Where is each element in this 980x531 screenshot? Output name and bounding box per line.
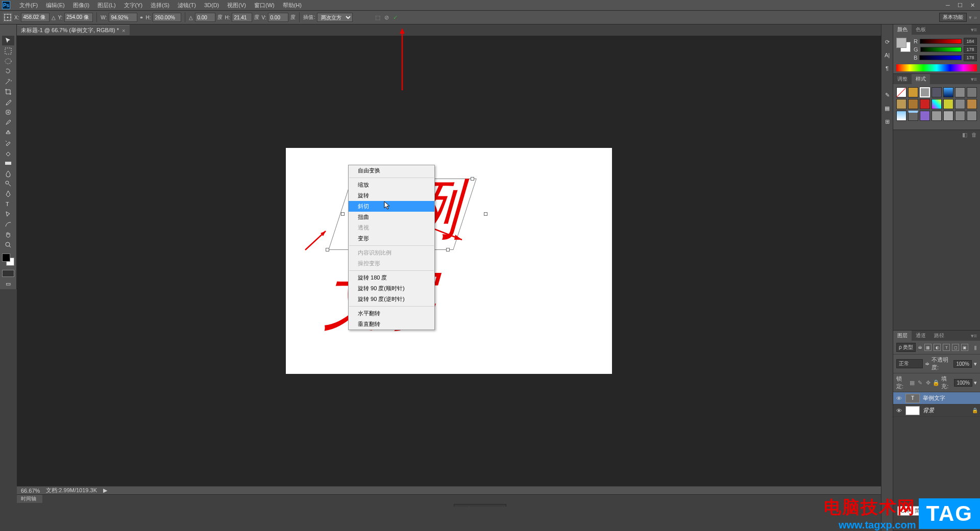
ctx-rot90ccw[interactable]: 旋转 90 度(逆时针) [349,294,434,305]
workspace-button[interactable]: 基本功能 [939,13,967,22]
layer-item-text[interactable]: 👁 T 举例文字 [893,392,980,404]
brush-panel-icon[interactable]: ✎ [882,90,892,100]
menu-window[interactable]: 窗口(W) [250,0,279,11]
filter-shape-icon[interactable]: ◻ [952,344,959,351]
style-swatch[interactable] [932,111,942,121]
ctx-rotate[interactable]: 旋转 [349,190,434,201]
document-tab[interactable]: 未标题-1 @ 66.7% (举例文字, RGB/8) * × [17,25,130,35]
warp-mode-icon[interactable]: ⬚ [375,14,380,21]
ctx-content-aware[interactable]: 内容识别比例 [349,247,434,258]
ctx-perspective[interactable]: 透视 [349,222,434,233]
lock-paint-icon[interactable]: ✎ [917,379,923,386]
style-swatch[interactable] [955,99,965,109]
style-swatch[interactable] [967,111,977,121]
document-canvas[interactable]: 举例文字 [286,148,612,374]
style-swatch[interactable] [932,87,942,97]
fg-bg-swatches[interactable] [1,252,15,267]
spectrum-bar[interactable] [896,64,977,71]
visibility-icon[interactable]: 👁 [895,408,902,414]
menu-type[interactable]: 文字(Y) [120,0,147,11]
color-fgbg[interactable] [896,38,911,54]
color-panel-menu-icon[interactable]: ▾≡ [968,27,980,33]
gradient-tool[interactable] [2,158,14,168]
style-swatch[interactable] [943,99,953,109]
menu-file[interactable]: 文件(F) [15,0,42,11]
swatches-tab[interactable]: 色板 [912,24,930,35]
lock-pos-icon[interactable]: ✥ [925,379,931,386]
healing-brush-tool[interactable] [2,107,14,117]
xy-link-icon[interactable]: △ [52,15,56,20]
menu-help[interactable]: 帮助(H) [279,0,306,11]
history-panel-icon[interactable]: ⟳ [882,37,892,47]
eraser-tool[interactable] [2,148,14,158]
path-selection-tool[interactable] [2,209,14,219]
lock-trans-icon[interactable]: ▦ [909,379,915,386]
lock-all-icon[interactable]: 🔒 [933,379,940,386]
y-input[interactable] [64,13,93,22]
history-brush-tool[interactable] [2,138,14,147]
magic-wand-tool[interactable] [2,77,14,86]
cancel-transform-icon[interactable]: ⊘ [384,14,389,21]
style-swatch[interactable] [920,99,930,109]
style-swatch[interactable] [920,111,930,121]
angle-input[interactable] [195,13,215,22]
blend-mode-select[interactable]: 正常 [896,359,923,368]
interp-select[interactable]: 两次立方 [317,13,353,22]
visibility-icon[interactable]: 👁 [895,395,902,401]
styles-tab[interactable]: 样式 [912,74,930,84]
dodge-tool[interactable] [2,179,14,188]
paths-tab[interactable]: 路径 [930,331,948,341]
style-swatch[interactable] [943,87,953,97]
layers-panel-menu-icon[interactable]: ▾≡ [968,333,980,339]
filter-smart-icon[interactable]: ▣ [961,344,968,351]
style-swatch[interactable] [896,111,906,121]
style-swatch[interactable] [943,111,953,121]
style-swatch[interactable] [908,111,918,121]
pen-tool[interactable] [2,189,14,198]
style-swatch[interactable] [920,87,930,97]
style-swatch[interactable] [932,99,942,109]
close-tab-icon[interactable]: × [122,28,125,34]
filter-adj-icon[interactable]: ◐ [934,344,941,351]
ctx-distort[interactable]: 扭曲 [349,212,434,222]
filter-toggle[interactable]: ▮ [974,344,977,351]
filter-type-icon[interactable]: T [943,344,950,351]
layers-tab[interactable]: 图层 [893,331,912,341]
b-value[interactable]: 178 [964,54,977,61]
crop-tool[interactable] [2,87,14,96]
move-tool[interactable] [2,36,14,45]
hshear-input[interactable] [232,13,252,22]
zoom-tool[interactable] [2,240,14,249]
quickmask-button[interactable] [2,270,14,277]
close-button[interactable]: ✕ [967,1,978,9]
g-value[interactable]: 178 [964,46,977,53]
zoom-level[interactable]: 66.67% [21,488,40,494]
brush-preset-icon[interactable]: ▦ [882,103,892,113]
commit-transform-icon[interactable]: ✓ [393,14,398,21]
layer-name[interactable]: 举例文字 [923,394,945,402]
ctx-warp[interactable]: 变形 [349,233,434,244]
menu-select[interactable]: 选择(S) [146,0,174,11]
minimize-button[interactable]: ─ [942,1,953,9]
ctx-skew[interactable]: 斜切 [349,201,434,212]
ctx-free-transform[interactable]: 自由变换 [349,165,434,176]
layer-item-bg[interactable]: 👁 背景 🔒 [893,404,980,417]
h-input[interactable] [153,13,181,22]
maximize-button[interactable]: ☐ [954,1,966,9]
panel-icon[interactable]: ◧ [962,132,967,138]
style-swatch[interactable] [967,87,977,97]
layer-name[interactable]: 背景 [923,407,934,414]
r-slider[interactable] [920,39,962,44]
ellipse-marquee-tool[interactable] [2,56,14,66]
g-slider[interactable] [920,47,962,52]
shape-tool[interactable] [2,219,14,229]
hand-tool[interactable] [2,230,14,239]
ctx-scale[interactable]: 缩放 [349,180,434,190]
menu-image[interactable]: 图像(I) [69,0,93,11]
filter-pixel-icon[interactable]: ▦ [924,344,932,351]
b-slider[interactable] [919,55,962,60]
style-swatch[interactable] [967,99,977,109]
menu-3d[interactable]: 3D(D) [200,0,223,11]
style-swatch[interactable] [908,99,918,109]
layer-filter-kind[interactable]: ρ 类型 [896,343,916,352]
